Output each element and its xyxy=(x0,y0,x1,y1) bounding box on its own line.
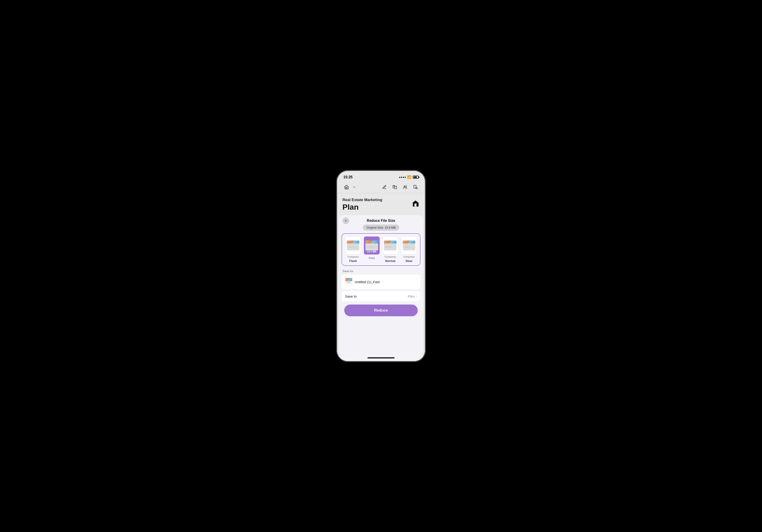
home-indicator xyxy=(337,355,425,361)
save-to-label: Save to xyxy=(345,294,357,298)
svg-point-2 xyxy=(404,186,405,187)
compress-thumb-fast: 14.1 MB xyxy=(364,237,380,255)
nav-right-icons xyxy=(380,183,419,191)
compress-label-flash-bottom: Flash xyxy=(349,259,357,263)
modal-title: Reduce File Size xyxy=(367,219,395,223)
status-bar: 15:25 📶 xyxy=(337,171,425,182)
compress-thumb-flash xyxy=(345,237,361,255)
page-header: Real Estate Marketing Plan xyxy=(337,193,425,215)
svg-rect-1 xyxy=(395,186,397,189)
phone-frame: 15:25 📶 xyxy=(337,171,425,361)
compression-options: Compress Flash xyxy=(345,237,417,263)
filename-text: Untitled (1)_Fast xyxy=(355,280,380,284)
page-home-icon xyxy=(412,199,419,208)
compress-option-slow[interactable]: Compress Slow xyxy=(401,237,418,263)
chevron-right-icon: › xyxy=(416,295,417,298)
nav-home-button[interactable] xyxy=(343,183,357,191)
compress-label-fast-bottom: Fast xyxy=(369,256,375,260)
save-filename-row[interactable]: Untitled (1)_Fast xyxy=(342,274,420,289)
compress-option-flash[interactable]: Compress Flash xyxy=(345,237,362,263)
compress-label-normal-top: Compress xyxy=(385,256,396,258)
page-title: Plan xyxy=(343,203,382,211)
edit-icon[interactable] xyxy=(380,183,388,191)
search-file-icon[interactable] xyxy=(412,183,419,191)
save-to-destination: Files xyxy=(408,294,415,298)
reduce-button[interactable]: Reduce xyxy=(344,305,418,316)
save-as-label: Save As xyxy=(342,269,420,273)
compress-thumb-normal xyxy=(382,237,398,255)
modal-header: ✕ Reduce File Size xyxy=(339,215,423,225)
translate-icon[interactable] xyxy=(391,183,399,191)
signal-icon xyxy=(399,177,406,178)
home-bar xyxy=(367,357,395,358)
status-icons: 📶 xyxy=(399,175,419,179)
compress-thumb-slow xyxy=(401,237,417,255)
nav-chevron-icon[interactable] xyxy=(351,185,357,190)
compress-option-normal[interactable]: Compress Normal xyxy=(382,237,399,263)
users-icon[interactable] xyxy=(401,183,409,191)
save-to-row[interactable]: Save to Files › xyxy=(342,291,420,301)
page-background: Real Estate Marketing Plan ✕ Reduce File… xyxy=(337,193,425,361)
compress-label-slow-bottom: Slow xyxy=(406,259,412,263)
home-nav-icon[interactable] xyxy=(343,183,350,191)
wifi-icon: 📶 xyxy=(407,175,412,179)
compress-option-fast[interactable]: 14.1 MB Fast xyxy=(363,237,380,263)
save-to-value: Files › xyxy=(408,294,417,298)
original-size-badge: Original Size: 15.9 MB xyxy=(363,225,399,231)
modal-close-button[interactable]: ✕ xyxy=(343,217,349,224)
compress-label-flash-top: Compress xyxy=(347,256,359,258)
compress-label-normal-bottom: Normal xyxy=(385,259,395,263)
status-time: 15:25 xyxy=(343,175,352,179)
compression-options-wrapper: Compress Flash xyxy=(342,233,420,266)
battery-icon xyxy=(413,176,419,179)
compress-size-label-fast: 14.1 MB xyxy=(367,250,376,253)
nav-bar xyxy=(337,182,425,193)
save-section: Save As Untitled (1)_Fast S xyxy=(339,269,423,316)
file-thumbnail-small xyxy=(345,278,352,286)
svg-rect-0 xyxy=(393,186,395,188)
modal-container: ✕ Reduce File Size Original Size: 15.9 M… xyxy=(339,215,423,355)
compress-label-slow-top: Compress xyxy=(403,256,415,258)
page-subtitle: Real Estate Marketing xyxy=(343,198,382,202)
